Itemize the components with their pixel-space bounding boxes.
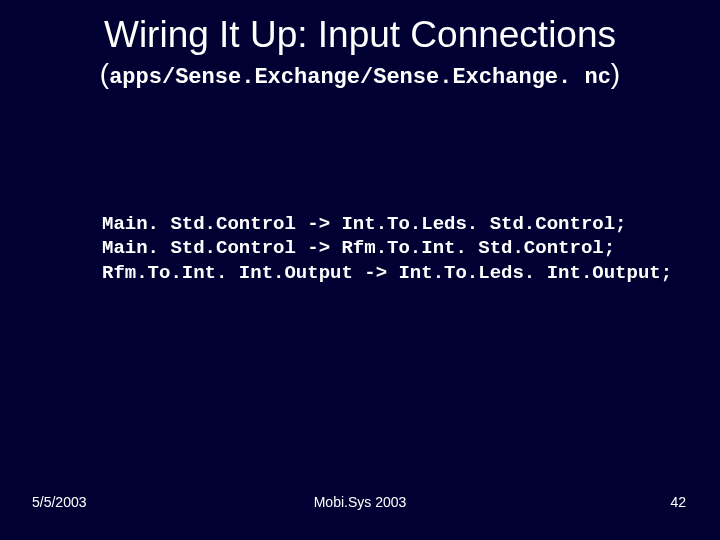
footer-venue: Mobi.Sys 2003	[0, 494, 720, 510]
paren-close: )	[611, 58, 620, 89]
subtitle-path: apps/Sense.Exchange/Sense.Exchange. nc	[109, 65, 611, 90]
paren-open: (	[100, 58, 109, 89]
slide-title: Wiring It Up: Input Connections	[0, 0, 720, 57]
code-block: Main. Std.Control -> Int.To.Leds. Std.Co…	[102, 212, 672, 285]
code-line-1: Main. Std.Control -> Int.To.Leds. Std.Co…	[102, 213, 627, 235]
footer-page-number: 42	[670, 494, 686, 510]
slide-subtitle: (apps/Sense.Exchange/Sense.Exchange. nc)	[0, 59, 720, 89]
code-line-2: Main. Std.Control -> Rfm.To.Int. Std.Con…	[102, 237, 615, 259]
footer: 5/5/2003 Mobi.Sys 2003 42	[0, 490, 720, 510]
code-line-3: Rfm.To.Int. Int.Output -> Int.To.Leds. I…	[102, 262, 672, 284]
slide: Wiring It Up: Input Connections (apps/Se…	[0, 0, 720, 540]
